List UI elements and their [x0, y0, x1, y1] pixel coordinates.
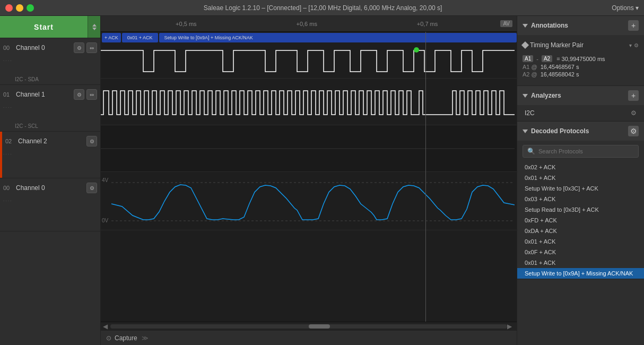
analyzers-header: Analyzers +: [517, 86, 644, 105]
diff-minus: -: [535, 56, 539, 62]
protocol-item-6[interactable]: 0xDA + ACK: [517, 226, 644, 236]
protocol-item-5[interactable]: 0xFD + ACK: [517, 215, 644, 226]
channel-0-icons: ⚙ ⇔: [74, 42, 97, 53]
main-container: Start 00 Channel 0 ⚙ ⇔ I2C - SDA · · · ·: [0, 16, 644, 345]
waveform-ch2: [101, 125, 517, 172]
analyzers-add-button[interactable]: +: [628, 90, 639, 101]
capture-label: Capture: [115, 334, 137, 342]
waveform-area: +0,5 ms +0,6 ms +0,7 ms AV + ACK 0x01 + …: [101, 16, 517, 345]
channel-0-num: 00: [3, 45, 13, 51]
capture-expand-icon[interactable]: ≫: [142, 334, 149, 342]
annotations-section: Annotations + Timing Marker Pair ▾ ⚙ A1 …: [517, 16, 644, 86]
protocol-item-1[interactable]: 0x01 + ACK: [517, 172, 644, 183]
timing-marker-gear-icon[interactable]: ⚙: [634, 42, 639, 48]
channel-2-gear-icon[interactable]: ⚙: [86, 136, 97, 146]
channel-0-scale-icon[interactable]: ⇔: [86, 42, 97, 53]
proto-label-3: Setup Write to [0x9A] + Missing ACK/NAK: [159, 33, 517, 42]
timing-marker-dropdown-icon[interactable]: ▾: [629, 42, 632, 48]
scroll-right-arrow[interactable]: ▶: [507, 323, 515, 330]
channel-row-2: 02 Channel 2 ⚙ · · · ·: [0, 132, 100, 178]
channel-0-header: 00 Channel 0 ⚙ ⇔: [0, 38, 100, 57]
protocol-item-4[interactable]: Setup Read to [0x3D] + ACK: [517, 204, 644, 215]
channel-analog-icons: ⚙: [86, 183, 97, 193]
timeline-bar: +0,5 ms +0,6 ms +0,7 ms AV: [101, 16, 517, 32]
analyzers-collapse-icon[interactable]: [523, 94, 528, 98]
annotations-header: Annotations +: [517, 16, 644, 35]
protocol-item-7[interactable]: 0x01 + ACK: [517, 236, 644, 247]
protocol-item-8[interactable]: 0x0F + ACK: [517, 247, 644, 257]
channel-0-dots: · · · ·: [0, 57, 100, 64]
capture-icon: ⊙: [106, 334, 111, 342]
a1-position-value: 16,45468567 s: [541, 64, 579, 70]
decoded-protocols-collapse-icon[interactable]: [523, 130, 528, 133]
timeline-cursor-badge: AV: [500, 20, 512, 27]
ch0-waveform-svg: [101, 42, 515, 77]
a2-position-row: A2 @ 16,48568042 s: [523, 71, 639, 78]
annotations-collapse-icon[interactable]: [523, 24, 528, 28]
arrow-up-icon: [92, 24, 97, 27]
start-button[interactable]: Start: [0, 16, 88, 38]
diff-value: = 30,99475000 ms: [556, 56, 605, 62]
arrow-down-icon: [92, 28, 97, 30]
channel-1-num: 01: [3, 91, 13, 98]
channel-analog-dots: · · · ·: [0, 197, 100, 204]
capture-button[interactable]: ⊙ Capture: [106, 334, 137, 342]
minimize-button[interactable]: [16, 4, 23, 12]
scroll-thumb[interactable]: [309, 324, 330, 329]
channel-2-header: 02 Channel 2 ⚙: [0, 132, 100, 151]
waveform-analog: 4V 0V: [101, 172, 517, 230]
decoded-protocols-section: Decoded Protocols ⚙ 🔍 0x02 + ACK 0x01 + …: [517, 122, 644, 279]
waveform-scrollbar[interactable]: ◀ ▶: [101, 322, 517, 330]
time-marker-3: +0,7 ms: [417, 21, 438, 27]
a1-position-row: A1 @ 16,45468567 s: [523, 63, 639, 71]
proto-label-1: + ACK: [102, 33, 121, 42]
a1-badge: A1: [523, 55, 533, 62]
protocol-item-10[interactable]: Setup Write to [0x9A] + Missing ACK/NAK: [517, 268, 644, 279]
protocol-item-2[interactable]: Setup Write to [0x3C] + ACK: [517, 183, 644, 194]
time-marker-2: +0,6 ms: [296, 21, 317, 27]
analyzer-i2c-gear-icon[interactable]: ⚙: [631, 109, 637, 117]
protocol-label-bar: + ACK 0x01 + ACK Setup Write to [0x9A] +…: [102, 33, 517, 42]
channel-1-dots: · · · ·: [0, 104, 100, 111]
channel-1-icons: ⚙ ⇔: [74, 89, 97, 100]
protocol-list: 0x02 + ACK 0x01 + ACK Setup Write to [0x…: [517, 162, 644, 279]
ch1-waveform-svg: [101, 83, 515, 123]
bottom-bar: ⊙ Capture ≫: [101, 330, 517, 345]
channel-2-orange-bar: [0, 132, 2, 178]
search-protocols-input[interactable]: [538, 148, 634, 154]
window-title: Saleae Logic 1.2.10 – [Connected] – [12,…: [204, 4, 442, 12]
timing-diff-row: A1 - A2 = 30,99475000 ms: [523, 54, 639, 63]
channel-2-num: 02: [5, 138, 15, 144]
channel-1-scale-icon[interactable]: ⇔: [86, 89, 97, 100]
decoded-protocols-settings-button[interactable]: ⚙: [628, 126, 639, 136]
start-button-row: Start: [0, 16, 100, 38]
protocol-item-9[interactable]: 0x01 + ACK: [517, 257, 644, 268]
analyzer-i2c-label: I2C: [525, 109, 535, 117]
maximize-button[interactable]: [27, 4, 34, 12]
channel-0-gear-icon[interactable]: ⚙: [74, 42, 84, 53]
waveform-ch0: + ACK 0x01 + ACK Setup Write to [0x9A] +…: [101, 32, 517, 79]
timing-marker-row: Timing Marker Pair ▾ ⚙: [523, 39, 639, 51]
waveform-channels[interactable]: + ACK 0x01 + ACK Setup Write to [0x9A] +…: [101, 32, 517, 322]
scroll-track[interactable]: [110, 324, 507, 329]
protocol-item-0[interactable]: 0x02 + ACK: [517, 162, 644, 172]
right-panel: Annotations + Timing Marker Pair ▾ ⚙ A1 …: [517, 16, 644, 345]
channel-2-icons: ⚙: [86, 136, 97, 146]
annotations-add-button[interactable]: +: [628, 20, 639, 31]
channel-0-sublabel: I2C - SDA: [15, 76, 39, 82]
time-marker-1: +0,5 ms: [176, 21, 196, 27]
channel-1-sublabel: I2C - SCL: [15, 123, 38, 129]
channel-row-analog: 00 Channel 0 ⚙ · · · ·: [0, 178, 100, 231]
channel-1-gear-icon[interactable]: ⚙: [74, 89, 84, 100]
protocol-item-3[interactable]: 0x03 + ACK: [517, 194, 644, 204]
search-icon: 🔍: [527, 148, 535, 155]
a2-position-value: 16,48568042 s: [541, 71, 579, 77]
channel-1-name: Channel 1: [16, 91, 71, 98]
start-arrows[interactable]: [88, 16, 100, 38]
options-menu[interactable]: Options ▾: [612, 4, 639, 12]
close-button[interactable]: [5, 4, 13, 12]
waveform-ch1: [101, 79, 517, 125]
vertical-cursor: [425, 32, 426, 322]
channel-analog-gear-icon[interactable]: ⚙: [86, 183, 97, 193]
scroll-left-arrow[interactable]: ◀: [103, 323, 110, 330]
